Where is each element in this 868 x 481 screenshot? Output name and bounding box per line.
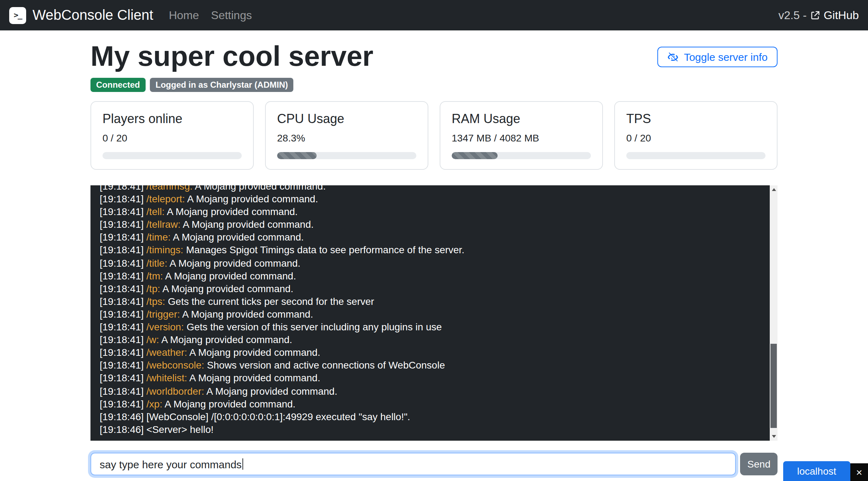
progress-bar — [102, 152, 242, 159]
console-command: /teleport: — [146, 193, 187, 204]
logged-in-badge: Logged in as Charlystar (ADMIN) — [150, 78, 294, 92]
console-command: /tp: — [146, 283, 162, 294]
progress-fill — [277, 152, 317, 159]
close-button[interactable]: × — [850, 463, 868, 481]
console-line: [19:18:41] /teammsg: A Mojang provided c… — [100, 185, 761, 192]
console-line: [19:18:41] /time: A Mojang provided comm… — [100, 231, 761, 244]
send-button[interactable]: Send — [740, 453, 778, 475]
console-line: [19:18:41] /w: A Mojang provided command… — [100, 333, 761, 346]
stat-title: CPU Usage — [277, 112, 416, 127]
console-command: /tell: — [146, 206, 167, 217]
version-label: v2.5 - — [778, 9, 807, 22]
stat-title: TPS — [626, 112, 766, 127]
console-command: /trigger: — [146, 308, 182, 320]
console-line: [19:18:41] /worldborder: A Mojang provid… — [100, 384, 761, 397]
stat-card-ram-usage: RAM Usage 1347 MB / 4082 MB — [440, 101, 603, 170]
console-line: [19:18:41] /webconsole: Shows version an… — [100, 359, 761, 372]
command-bar: say type here your commands Send — [90, 453, 778, 475]
stat-card-players-online: Players online 0 / 20 — [90, 101, 254, 170]
console-line: [19:18:41] /version: Gets the version of… — [100, 320, 761, 333]
console-line: [19:18:41] /trigger: A Mojang provided c… — [100, 308, 761, 320]
console-scrollbar[interactable] — [770, 185, 778, 441]
stat-value: 28.3% — [277, 132, 416, 144]
scrollbar-thumb[interactable] — [770, 344, 777, 428]
page-title: My super cool server — [90, 41, 373, 71]
github-label: GitHub — [823, 9, 859, 22]
webconsole-app: >_ WebConsole Client Home Settings v2.5 … — [0, 0, 868, 481]
close-icon: × — [856, 466, 862, 478]
console-line: [19:18:41] /tp: A Mojang provided comman… — [100, 282, 761, 295]
console-command: /tm: — [146, 270, 165, 281]
nav-right: v2.5 - GitHub — [778, 9, 859, 22]
connected-badge: Connected — [90, 78, 146, 92]
stat-card-cpu-usage: CPU Usage 28.3% — [265, 101, 428, 170]
badges-row: Connected Logged in as Charlystar (ADMIN… — [90, 78, 373, 92]
console-line: [19:18:41] /tell: A Mojang provided comm… — [100, 205, 761, 218]
stat-title: RAM Usage — [452, 112, 591, 127]
nav-links: Home Settings — [169, 9, 252, 22]
console-line: [19:18:41] /tm: A Mojang provided comman… — [100, 269, 761, 282]
external-link-icon — [811, 11, 820, 20]
stats-row: Players online 0 / 20 CPU Usage 28.3% RA… — [90, 101, 778, 170]
console-line: [19:18:46] [WebConsole] /[0:0:0:0:0:0:0:… — [100, 410, 761, 423]
github-link[interactable]: GitHub — [811, 9, 859, 22]
eye-slash-icon — [667, 51, 678, 63]
brand-title: WebConsole Client — [33, 7, 153, 23]
console-command: /tellraw: — [146, 219, 183, 230]
navbar: >_ WebConsole Client Home Settings v2.5 … — [0, 0, 868, 30]
browser-status-text: localhost — [797, 465, 836, 477]
console-line: [19:18:41] /weather: A Mojang provided c… — [100, 346, 761, 359]
console-command: /teammsg: — [146, 185, 195, 192]
stat-value: 0 / 20 — [626, 132, 766, 144]
progress-bar — [452, 152, 591, 159]
console-command: /version: — [146, 321, 187, 332]
nav-item-settings[interactable]: Settings — [211, 9, 252, 22]
progress-fill — [452, 152, 498, 159]
text-caret — [242, 458, 243, 470]
stat-card-tps: TPS 0 / 20 — [614, 101, 778, 170]
console-output[interactable]: [19:18:41] /teammsg: A Mojang provided c… — [90, 185, 778, 441]
toggle-server-info-label: Toggle server info — [684, 51, 768, 63]
title-block: My super cool server Connected Logged in… — [90, 41, 373, 92]
browser-status-bubble: localhost — [783, 461, 850, 481]
console-command: /xp: — [146, 398, 164, 409]
console-command: /tps: — [146, 296, 168, 307]
command-input-value: say type here your commands — [100, 458, 242, 470]
arrow-up-icon — [772, 188, 776, 191]
console-line: [19:18:46] <Server> hello! — [100, 423, 761, 436]
console-command: /weather: — [146, 347, 189, 358]
console-command: /w: — [146, 334, 161, 345]
console-command: /time: — [146, 232, 173, 243]
brand-link[interactable]: >_ WebConsole Client — [9, 7, 153, 24]
console-command: /whitelist: — [146, 372, 189, 384]
console-line: [19:18:41] /title: A Mojang provided com… — [100, 256, 761, 269]
stat-title: Players online — [102, 112, 242, 127]
command-input[interactable]: say type here your commands — [90, 453, 736, 475]
console-line: [19:18:41] /tps: Gets the current ticks … — [100, 295, 761, 308]
console-command: /title: — [146, 257, 169, 268]
arrow-down-icon — [772, 435, 776, 438]
scroll-up-button[interactable] — [770, 185, 778, 194]
stat-value: 0 / 20 — [102, 132, 242, 144]
toggle-server-info-button[interactable]: Toggle server info — [657, 47, 778, 67]
terminal-icon: >_ — [9, 7, 26, 24]
scroll-down-button[interactable] — [770, 432, 778, 441]
nav-item-home[interactable]: Home — [169, 9, 199, 22]
console-line: [19:18:41] /whitelist: A Mojang provided… — [100, 372, 761, 384]
console-line: [19:18:41] /tellraw: A Mojang provided c… — [100, 218, 761, 231]
console-command: /timings: — [146, 244, 186, 256]
console-command: /worldborder: — [146, 385, 206, 396]
main-content: My super cool server Connected Logged in… — [90, 41, 778, 475]
console-line: [19:18:41] /xp: A Mojang provided comman… — [100, 397, 761, 410]
progress-bar — [626, 152, 766, 159]
console-line: [19:18:41] /timings: Manages Spigot Timi… — [100, 244, 761, 256]
console-lines: [19:18:41] /teammsg: A Mojang provided c… — [90, 185, 778, 436]
stat-value: 1347 MB / 4082 MB — [452, 132, 591, 144]
page-header: My super cool server Connected Logged in… — [90, 41, 778, 92]
console-line: [19:18:41] /teleport: A Mojang provided … — [100, 192, 761, 205]
progress-bar — [277, 152, 416, 159]
console-command: /webconsole: — [146, 360, 207, 371]
screenshot-stage: >_ WebConsole Client Home Settings v2.5 … — [0, 0, 868, 481]
